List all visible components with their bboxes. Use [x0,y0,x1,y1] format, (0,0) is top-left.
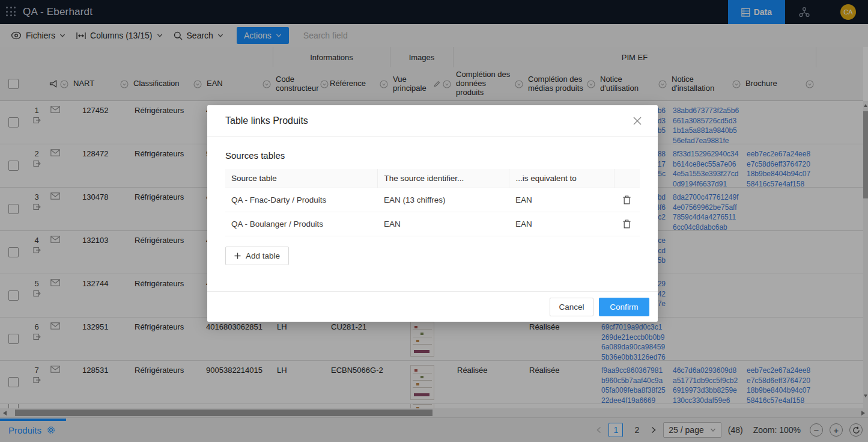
source-identifier-cell: EAN [378,212,509,236]
source-identifier-cell: EAN (13 chiffres) [378,188,509,212]
delete-row-button[interactable] [620,195,634,204]
cancel-button[interactable]: Cancel [550,298,593,316]
confirm-button[interactable]: Confirm [599,298,649,316]
close-icon[interactable] [633,117,642,125]
modal-footer: Cancel Confirm [207,291,658,322]
source-table-column-header: Source table [225,169,378,188]
source-table-row: QA - Boulanger / Produits EAN EAN [225,212,640,236]
equivalent-column-header: ...is equivalent to [509,169,614,188]
delete-row-button[interactable] [620,219,634,229]
source-identifier-column-header: The source identifier... [378,169,509,188]
modal-header: Table links Produits [207,105,658,137]
source-table-row: QA - Fnac-Darty / Produits EAN (13 chiff… [225,188,640,212]
table-links-modal: Table links Produits Sources tables Sour… [207,105,658,322]
source-table-cell: QA - Boulanger / Produits [225,212,378,236]
sources-table-header-row: Source table The source identifier... ..… [225,169,640,188]
modal-title: Table links Produits [225,115,308,126]
equivalent-cell: EAN [509,188,614,212]
modal-body: Sources tables Source table The source i… [207,137,658,291]
sources-table: Source table The source identifier... ..… [225,169,640,236]
source-table-cell: QA - Fnac-Darty / Produits [225,188,378,212]
add-table-button[interactable]: Add table [225,247,289,265]
sources-tables-heading: Sources tables [225,150,640,161]
plus-icon [234,253,241,259]
add-table-label: Add table [246,251,280,260]
equivalent-cell: EAN [509,212,614,236]
